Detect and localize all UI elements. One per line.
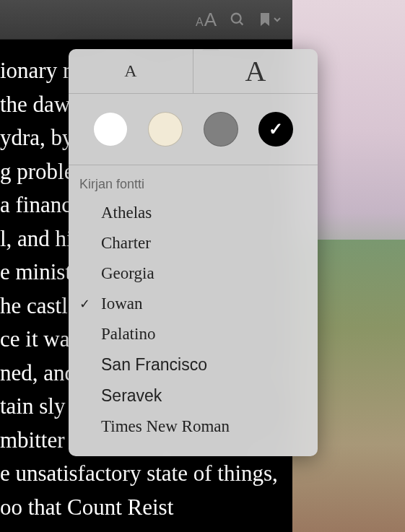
font-option-label: Georgia (101, 264, 154, 283)
appearance-popover: A A ✓ Kirjan fontti AthelasCharterGeorgi… (69, 49, 318, 456)
svg-line-1 (240, 22, 243, 25)
font-option-label: Athelas (101, 204, 152, 222)
font-size-control: A A (69, 49, 318, 94)
font-option-san-francisco[interactable]: San Francisco (69, 349, 318, 380)
book-text-line: e unsatisfactory state of things, (0, 457, 285, 491)
font-option-palatino[interactable]: Palatino (69, 319, 318, 349)
font-option-athelas[interactable]: Athelas (69, 198, 318, 228)
checkmark-icon: ✓ (269, 119, 283, 139)
search-icon[interactable] (230, 12, 245, 27)
increase-font-button[interactable]: A (193, 49, 318, 93)
font-option-label: Charter (101, 234, 151, 253)
chevron-down-icon (273, 15, 282, 24)
theme-selector: ✓ (69, 94, 318, 165)
theme-black[interactable]: ✓ (258, 112, 293, 147)
toolbar: AA (0, 0, 292, 40)
font-option-iowan[interactable]: ✓Iowan (69, 289, 318, 319)
font-option-label: San Francisco (101, 355, 207, 375)
font-section: Kirjan fontti AthelasCharterGeorgia✓Iowa… (69, 165, 318, 456)
font-option-label: Times New Roman (101, 417, 230, 436)
font-option-times-new-roman[interactable]: Times New Roman (69, 411, 318, 442)
svg-point-0 (232, 14, 241, 23)
checkmark-icon: ✓ (79, 296, 101, 312)
font-option-charter[interactable]: Charter (69, 228, 318, 258)
book-text-line: oo that Count Reist (0, 491, 285, 525)
font-option-label: Iowan (101, 295, 142, 313)
decrease-font-button[interactable]: A (69, 49, 193, 93)
font-option-seravek[interactable]: Seravek (69, 380, 318, 411)
theme-sepia[interactable] (148, 112, 183, 147)
bookmark-button[interactable] (258, 12, 282, 27)
font-option-georgia[interactable]: Georgia (69, 258, 318, 289)
font-section-header: Kirjan fontti (69, 174, 318, 198)
font-option-label: Seravek (101, 386, 162, 406)
font-option-label: Palatino (101, 325, 155, 344)
theme-gray[interactable] (204, 112, 238, 147)
theme-white[interactable] (93, 112, 128, 147)
appearance-button[interactable]: AA (196, 9, 217, 31)
